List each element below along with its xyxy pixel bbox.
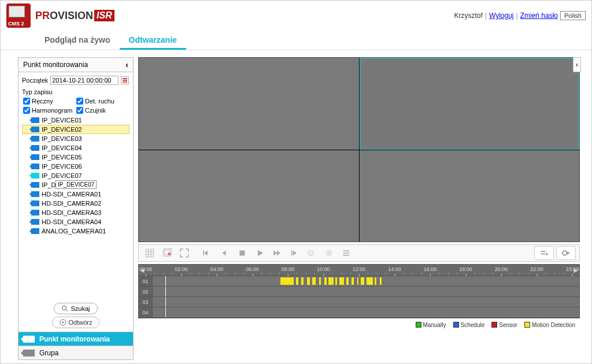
recording-segment[interactable] xyxy=(312,277,316,285)
legend-sensor: Sensor xyxy=(491,322,517,328)
rewind-button[interactable] xyxy=(217,246,232,260)
recording-segment[interactable] xyxy=(339,277,343,285)
device-item[interactable]: HD-SDI_CAMERA03 xyxy=(22,208,130,217)
logout-link[interactable]: Wyloguj xyxy=(489,12,514,20)
timeline-scale[interactable]: 00:0002:0004:0006:0008:0010:0012:0014:00… xyxy=(146,265,572,276)
stop-button[interactable] xyxy=(235,246,250,260)
tab-live-preview[interactable]: Podgląd na żywo xyxy=(35,31,120,50)
fast-forward-button[interactable] xyxy=(269,246,284,260)
timeline-track[interactable] xyxy=(153,287,579,296)
svg-point-33 xyxy=(563,251,567,255)
recording-segment[interactable] xyxy=(307,277,309,285)
timeline-tick: 20:00 xyxy=(495,266,508,272)
play-button[interactable]: Odtwórz xyxy=(52,317,100,328)
camera-icon xyxy=(31,154,39,160)
calendar-icon[interactable] xyxy=(121,76,129,84)
fullscreen-button[interactable] xyxy=(177,246,192,260)
recording-segment[interactable] xyxy=(357,277,358,285)
timeline-tick: 10:00 xyxy=(317,266,330,272)
timeline-playhead[interactable] xyxy=(165,297,166,307)
svg-marker-3 xyxy=(62,321,64,324)
sidebar-tab-monitoring-point[interactable]: Punkt monitorowania xyxy=(18,332,134,346)
device-item[interactable]: HD-SDI_CAMERA04 xyxy=(22,217,130,226)
zoom-out-button[interactable] xyxy=(304,246,319,260)
recording-segment[interactable] xyxy=(296,277,298,285)
timeline-row[interactable]: 02 xyxy=(139,287,579,297)
recording-segment[interactable] xyxy=(367,277,372,285)
device-item[interactable]: ANALOG_CAMERA01 xyxy=(22,226,130,236)
chk-manual[interactable]: Ręczny xyxy=(23,98,76,105)
start-datetime-input[interactable] xyxy=(50,76,119,85)
tab-playback[interactable]: Odtwarzanie xyxy=(120,31,186,50)
svg-marker-13 xyxy=(204,251,208,256)
sidebar-tab-group[interactable]: Grupa xyxy=(18,346,134,360)
timeline-track[interactable] xyxy=(153,297,579,307)
svg-marker-18 xyxy=(273,251,277,256)
collapse-right-icon[interactable]: ‹ xyxy=(573,57,581,72)
device-item[interactable]: IP_DEVICE04 xyxy=(22,143,130,153)
record-type-grid: Ręczny Det. ruchu Harmonogram Czujnik xyxy=(23,98,130,114)
recording-segment[interactable] xyxy=(324,277,327,285)
timeline-track[interactable] xyxy=(153,307,579,317)
video-cell-3[interactable] xyxy=(139,150,359,242)
recording-segment[interactable] xyxy=(280,277,293,285)
timeline-playhead[interactable] xyxy=(165,307,166,317)
settings-list-button[interactable] xyxy=(534,246,554,260)
timeline-ruler: ◄ 00:0002:0004:0006:0008:0010:0012:0014:… xyxy=(139,265,579,276)
timeline-playhead[interactable] xyxy=(165,276,166,286)
device-item[interactable]: IP_DEVIP_DEVICE07 xyxy=(22,180,130,190)
timeline-tick: 08:00 xyxy=(282,266,295,272)
main-tabs: Podgląd na żywo Odtwarzanie xyxy=(1,31,591,50)
recording-segment[interactable] xyxy=(319,277,321,285)
device-item[interactable]: IP_DEVICE03 xyxy=(22,134,130,143)
zoom-in-button[interactable] xyxy=(321,246,336,260)
camera-icon xyxy=(31,127,39,132)
device-item[interactable]: HD-SDI_CAMERA01 xyxy=(22,190,130,199)
video-cell-4[interactable] xyxy=(360,150,580,242)
recording-segment[interactable] xyxy=(328,277,334,285)
timeline-row-label: 03 xyxy=(139,297,153,307)
chk-sensor[interactable]: Czujnik xyxy=(76,107,130,114)
recording-segment[interactable] xyxy=(335,277,337,285)
legend-manual: Manually xyxy=(416,322,446,328)
device-item[interactable]: IP_DEVICE02 xyxy=(22,125,130,134)
change-password-link[interactable]: Zmień hasło xyxy=(520,12,558,20)
prev-frame-button[interactable] xyxy=(200,246,215,260)
device-item[interactable]: IP_DEVICE05 xyxy=(22,153,130,162)
timeline-row[interactable]: 03 xyxy=(139,297,579,307)
legend-schedule: Schedule xyxy=(453,322,485,328)
collapse-sidebar-icon[interactable]: ‹ xyxy=(125,60,128,69)
recording-segment[interactable] xyxy=(346,277,349,285)
device-item[interactable]: IP_DEVICE06 xyxy=(22,162,130,171)
export-button[interactable] xyxy=(556,246,576,260)
play-toolbar-button[interactable] xyxy=(252,246,267,260)
list-button[interactable] xyxy=(339,246,354,260)
recording-segment[interactable] xyxy=(380,277,382,285)
timeline-track[interactable] xyxy=(153,276,579,286)
svg-marker-17 xyxy=(258,250,263,257)
recording-segment[interactable] xyxy=(375,277,376,285)
language-selector[interactable]: Polish xyxy=(560,11,586,20)
timeline-row[interactable]: 04 xyxy=(139,307,579,318)
snapshot-button[interactable] xyxy=(160,246,175,260)
device-label: IP_DEVICE07 xyxy=(42,172,82,179)
timeline-row[interactable]: 01 xyxy=(139,276,579,287)
device-scroll[interactable]: IP_DEVICE01IP_DEVICE02IP_DEVICE03IP_DEVI… xyxy=(22,116,130,248)
chk-motion[interactable]: Det. ruchu xyxy=(76,98,130,105)
svg-marker-32 xyxy=(546,252,548,256)
recording-segment[interactable] xyxy=(352,277,354,285)
device-item[interactable]: IP_DEVICE07 xyxy=(22,171,130,180)
layout-grid-button[interactable] xyxy=(142,246,157,260)
device-item[interactable]: IP_DEVICE01 xyxy=(22,116,130,125)
chk-schedule[interactable]: Harmonogram xyxy=(23,107,76,114)
recording-segment[interactable] xyxy=(361,277,364,285)
timeline-playhead[interactable] xyxy=(165,287,166,296)
video-cell-1[interactable] xyxy=(139,58,359,150)
next-frame-button[interactable] xyxy=(287,246,302,260)
device-label: HD-SDI_CAMERA02 xyxy=(42,200,101,207)
video-cell-2[interactable] xyxy=(360,58,580,150)
camera-icon xyxy=(31,136,39,142)
recording-segment[interactable] xyxy=(301,277,304,285)
device-item[interactable]: HD-SDI_CAMERA02 xyxy=(22,199,130,208)
search-button[interactable]: Szukaj xyxy=(54,303,97,314)
